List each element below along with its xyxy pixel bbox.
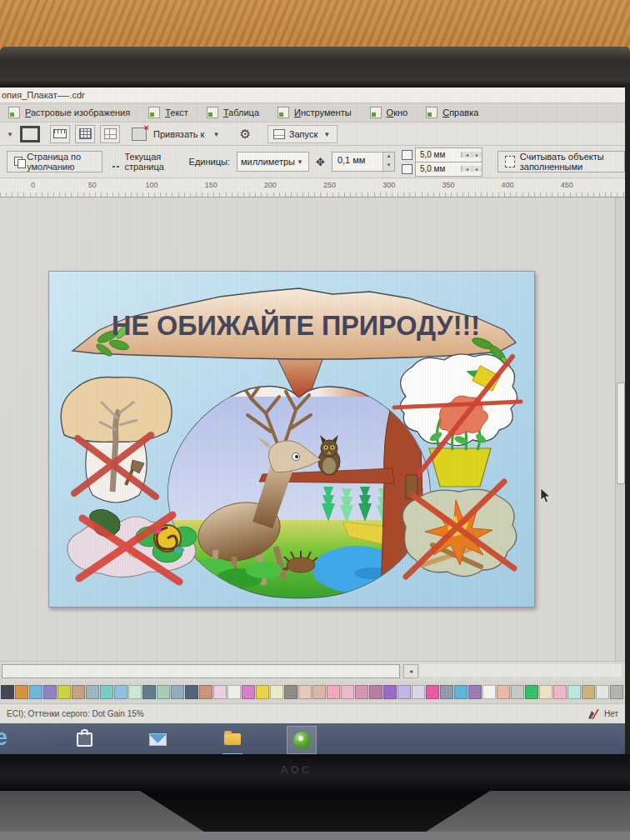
color-swatch[interactable] (568, 685, 581, 699)
dup-x-left-icon[interactable]: ◂ (462, 152, 472, 158)
launch-caret-icon: ▾ (322, 130, 332, 138)
menu-item[interactable]: Таблица (207, 107, 259, 118)
taskbar: e (0, 723, 625, 754)
file-explorer-icon[interactable] (222, 728, 243, 750)
horizontal-scrollbar[interactable]: ◂ (0, 661, 625, 681)
color-swatch[interactable] (412, 685, 425, 699)
color-swatch[interactable] (454, 685, 468, 699)
menu-item-label: Окно (387, 108, 408, 118)
menu-item-icon (426, 107, 438, 118)
color-swatch[interactable] (383, 685, 397, 699)
store-icon[interactable] (73, 728, 95, 750)
dup-x-right-icon[interactable]: ▸ (472, 152, 482, 158)
color-swatch[interactable] (511, 685, 524, 699)
selection-tool-icon[interactable] (20, 126, 40, 142)
menu-item[interactable]: Окно (370, 107, 408, 118)
poster-title: НЕ ОБИЖАЙТЕ ПРИРОДУ!!! (112, 309, 480, 341)
color-swatch[interactable] (341, 685, 354, 699)
treat-as-filled-label: Считывать объекты заполненными (520, 152, 618, 172)
drawing-canvas[interactable]: НЕ ОБИЖАЙТЕ ПРИРОДУ!!! (0, 198, 625, 661)
duplicate-x-spinner[interactable]: 5,0 мм ◂▸ (415, 148, 482, 162)
color-swatch[interactable] (525, 685, 538, 699)
toolbar-overflow-caret-icon[interactable]: ▾ (5, 130, 15, 138)
vertical-scrollbar[interactable] (615, 198, 625, 661)
units-dropdown[interactable]: миллиметры ▾ (237, 152, 309, 172)
duplicate-y-value: 5,0 мм (416, 164, 461, 173)
current-page-button[interactable]: Текущая страница (109, 152, 179, 172)
options-gear-icon[interactable]: ⚙ (239, 127, 250, 142)
color-swatch[interactable] (610, 685, 623, 699)
color-swatch[interactable] (327, 685, 340, 699)
color-swatch[interactable] (398, 685, 411, 699)
nudge-distance-spinner[interactable]: 0,1 мм ▲▼ (332, 152, 395, 172)
color-swatch[interactable] (355, 685, 368, 699)
color-swatch[interactable] (157, 685, 170, 699)
color-swatch[interactable] (29, 685, 42, 699)
show-grid-button[interactable] (75, 125, 95, 143)
scrollbar-left-arrow-icon[interactable]: ◂ (403, 664, 418, 678)
default-page-button[interactable]: Страница по умолчанию (7, 151, 102, 172)
color-swatch[interactable] (468, 685, 482, 699)
vertical-scrollbar-thumb[interactable] (617, 382, 625, 484)
color-swatch[interactable] (284, 685, 298, 699)
spin-down-icon[interactable]: ▼ (383, 162, 394, 171)
horizontal-scrollbar-thumb[interactable] (2, 664, 400, 678)
color-swatch[interactable] (539, 685, 552, 699)
color-swatch[interactable] (58, 685, 71, 699)
color-swatch[interactable] (1, 685, 14, 699)
default-page-label: Страница по умолчанию (27, 152, 95, 172)
color-swatch[interactable] (100, 685, 113, 699)
units-label: Единицы: (189, 157, 230, 167)
color-swatch[interactable] (242, 685, 255, 699)
color-swatch[interactable] (426, 685, 439, 699)
outline-color-label: Нет (604, 709, 618, 718)
menu-item[interactable]: Растровые изображения (8, 107, 130, 118)
color-swatch[interactable] (369, 685, 382, 699)
color-swatch[interactable] (228, 685, 241, 699)
duplicate-y-spinner[interactable]: 5,0 мм ◂▸ (415, 162, 482, 177)
color-swatch[interactable] (312, 685, 326, 699)
color-swatch[interactable] (256, 685, 269, 699)
color-swatch[interactable] (114, 685, 128, 699)
menu-item[interactable]: Справка (426, 107, 478, 118)
color-swatch[interactable] (72, 685, 85, 699)
color-swatch[interactable] (213, 685, 227, 699)
coreldraw-taskbar-icon[interactable] (287, 726, 317, 754)
color-swatch[interactable] (553, 685, 567, 699)
color-swatch[interactable] (128, 685, 142, 699)
color-swatch[interactable] (582, 685, 595, 699)
snap-off-icon[interactable] (132, 128, 147, 141)
menu-item[interactable]: Текст (148, 107, 188, 118)
dup-y-left-icon[interactable]: ◂ (462, 166, 472, 172)
launch-button[interactable]: Запуск ▾ (268, 125, 338, 143)
color-swatch[interactable] (15, 685, 28, 699)
color-swatch[interactable] (86, 685, 99, 699)
show-guidelines-button[interactable] (100, 125, 120, 143)
show-ruler-button[interactable] (50, 125, 70, 143)
horizontal-ruler[interactable]: 050100150200250300350400450 (0, 178, 625, 198)
color-swatch[interactable] (440, 685, 453, 699)
window-title: опия_Плакат—-.cdr (2, 90, 85, 100)
color-swatch[interactable] (185, 685, 198, 699)
color-swatch[interactable] (43, 685, 57, 699)
spin-up-icon[interactable]: ▲ (383, 152, 394, 162)
poster-page[interactable]: НЕ ОБИЖАЙТЕ ПРИРОДУ!!! (48, 271, 535, 608)
color-swatch[interactable] (142, 685, 156, 699)
horizontal-scrollbar-track[interactable] (420, 664, 622, 677)
color-swatch[interactable] (171, 685, 184, 699)
color-swatch[interactable] (596, 685, 609, 699)
snap-to-button[interactable]: Привязать к (152, 129, 206, 139)
duplicate-x-icon (402, 150, 412, 160)
menu-item[interactable]: Инструменты (278, 107, 352, 118)
edge-browser-icon[interactable]: e (0, 725, 8, 751)
snap-to-caret-icon[interactable]: ▾ (211, 130, 221, 138)
dup-y-right-icon[interactable]: ▸ (472, 166, 482, 172)
color-swatch[interactable] (298, 685, 312, 699)
color-swatch[interactable] (199, 685, 212, 699)
color-swatch[interactable] (497, 685, 510, 699)
nudge-spin-arrows[interactable]: ▲▼ (382, 152, 394, 171)
color-swatch[interactable] (270, 685, 283, 699)
treat-objects-as-filled-button[interactable]: Считывать объекты заполненными (498, 151, 625, 172)
mail-icon[interactable] (147, 728, 168, 750)
color-swatch[interactable] (482, 685, 496, 699)
